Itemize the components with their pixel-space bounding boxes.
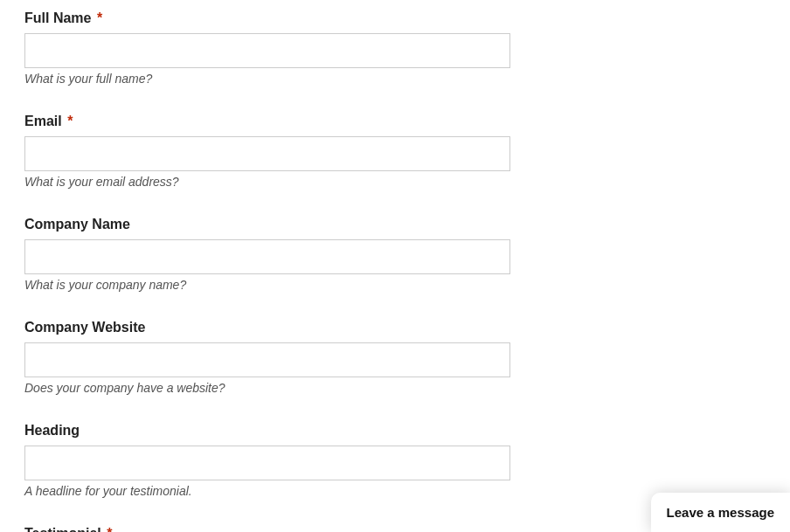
field-full-name: Full Name * What is your full name? <box>24 10 766 86</box>
company-name-label: Company Name <box>24 217 766 232</box>
testimonial-form: Full Name * What is your full name? Emai… <box>0 0 790 532</box>
company-website-hint: Does your company have a website? <box>24 381 766 395</box>
full-name-label: Full Name * <box>24 10 766 26</box>
chat-widget[interactable]: Leave a message <box>651 493 790 532</box>
heading-input[interactable] <box>24 446 510 480</box>
required-indicator: * <box>97 10 102 25</box>
company-website-label: Company Website <box>24 320 766 335</box>
field-company-name: Company Name What is your company name? <box>24 217 766 292</box>
chat-label: Leave a message <box>667 505 774 520</box>
email-input[interactable] <box>24 136 510 171</box>
email-label: Email * <box>24 114 766 129</box>
full-name-input[interactable] <box>24 33 510 68</box>
email-hint: What is your email address? <box>24 175 766 189</box>
heading-label: Heading <box>24 423 766 439</box>
required-indicator: * <box>67 114 73 128</box>
label-text: Full Name <box>24 10 91 25</box>
full-name-hint: What is your full name? <box>24 72 766 86</box>
field-email: Email * What is your email address? <box>24 114 766 189</box>
required-indicator: * <box>107 526 112 532</box>
label-text: Heading <box>24 423 80 438</box>
field-company-website: Company Website Does your company have a… <box>24 320 766 395</box>
label-text: Testimonial <box>24 526 101 532</box>
label-text: Company Name <box>24 217 130 231</box>
label-text: Email <box>24 114 62 128</box>
company-name-hint: What is your company name? <box>24 278 766 292</box>
company-name-input[interactable] <box>24 239 510 274</box>
field-heading: Heading A headline for your testimonial. <box>24 423 766 498</box>
label-text: Company Website <box>24 320 145 335</box>
company-website-input[interactable] <box>24 342 510 377</box>
